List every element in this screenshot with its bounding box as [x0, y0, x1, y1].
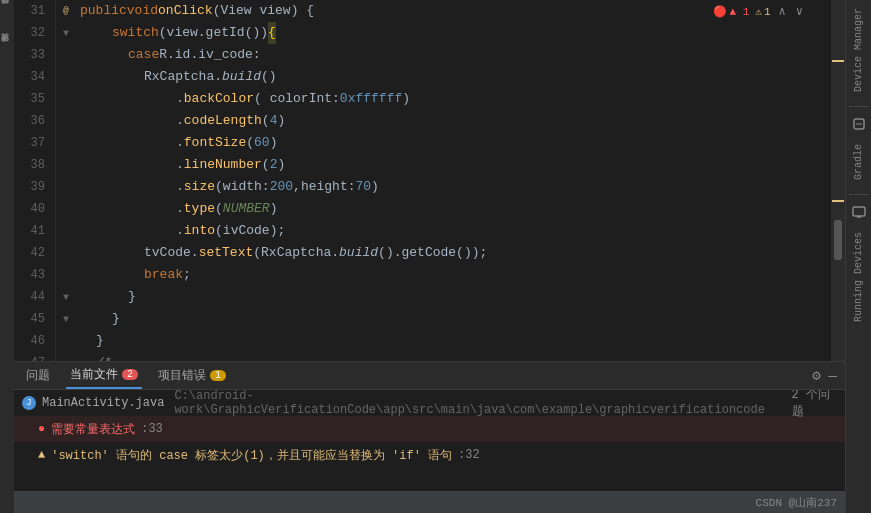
chevron-down-btn[interactable]: ∨ [794, 2, 805, 21]
param-height: height: [301, 176, 356, 198]
device-manager-label[interactable]: Device Manager [853, 4, 864, 96]
code-line-44: } [80, 286, 831, 308]
warn-count: 1 [764, 6, 771, 18]
gutter-34 [56, 66, 76, 88]
ln-42: 42 [14, 242, 49, 264]
scrollbar-thumb[interactable] [834, 220, 842, 260]
code-line-33: case R.id. iv_code : [80, 44, 831, 66]
punc-3: : [253, 44, 261, 66]
num-200: 200 [270, 176, 293, 198]
settings-icon[interactable]: ⚙ [812, 367, 820, 384]
build-34: build [222, 66, 261, 88]
warn-row: ▲ 'switch' 语句的 case 标签太少(1)，并且可能应当替换为 'i… [14, 442, 845, 468]
right-sidebar: Device Manager Gradle Running Devices [845, 0, 871, 513]
num-2: 2 [270, 154, 278, 176]
minimize-icon[interactable]: — [829, 368, 837, 384]
warn-message: 'switch' 语句的 case 标签太少(1)，并且可能应当替换为 'if'… [51, 447, 452, 464]
chevron-up-btn[interactable]: ∧ [777, 2, 788, 21]
code-line-32: switch (view.getId()) { [80, 22, 831, 44]
ln-47: 47 [14, 352, 49, 361]
method-settext: setText [199, 242, 254, 264]
code-line-42: tvCode . setText (RxCaptcha. build ().ge… [80, 242, 831, 264]
code-line-38: . lineNumber ( 2 ) [80, 154, 831, 176]
param-number: NUMBER [223, 198, 270, 220]
fold-44[interactable]: ▼ [63, 292, 69, 303]
gutter-31: @ [56, 0, 76, 22]
scrollbar[interactable] [831, 0, 845, 361]
ln-46: 46 [14, 330, 49, 352]
running-devices-label[interactable]: Running Devices [853, 228, 864, 326]
method-fontsize: fontSize [184, 132, 246, 154]
ln-45: 45 [14, 308, 49, 330]
punc-11: ( [262, 154, 270, 176]
punc-1: (View view) { [213, 0, 314, 22]
main-area: 31 32 33 34 35 36 37 38 39 40 41 42 43 4… [14, 0, 845, 513]
gradle-label[interactable]: Gradle [853, 140, 864, 184]
svg-rect-2 [853, 207, 865, 216]
tab-project-label: 项目错误 [158, 367, 206, 384]
gutter-43 [56, 264, 76, 286]
fold-45[interactable]: ▼ [63, 314, 69, 325]
fold-32[interactable]: ▼ [63, 28, 69, 39]
ln-36: 36 [14, 110, 49, 132]
status-text: CSDN @山南237 [756, 495, 837, 510]
punc-9: ( [246, 132, 254, 154]
punc-18: (ivCode); [215, 220, 285, 242]
gutter-45: ▼ [56, 308, 76, 330]
ln-31: 31 [14, 0, 49, 22]
dot-39: . [176, 176, 184, 198]
gutter-41 [56, 220, 76, 242]
brace-45: } [112, 308, 120, 330]
error-line: :33 [141, 422, 163, 436]
code-line-37: . fontSize ( 60 ) [80, 132, 831, 154]
file-path: C:\android-work\GraphicVerificationCode\… [174, 390, 777, 417]
dot-37: . [176, 132, 184, 154]
ln-38: 38 [14, 154, 49, 176]
file-problem-count: 2 个问题 [792, 390, 837, 420]
punc-10: ) [270, 132, 278, 154]
divider-1 [849, 106, 869, 107]
error-count: ▲ 1 [729, 6, 749, 18]
dot-41: . [176, 220, 184, 242]
bottom-content: J MainActivity.java C:\android-work\Grap… [14, 390, 845, 491]
method-onclick: onClick [158, 0, 213, 22]
hex-val: 0xffffff [340, 88, 402, 110]
bottom-tab-actions: ⚙ — [812, 367, 837, 384]
left-sidebar: 问题管理 资源管理 [0, 0, 14, 513]
tab-project-errors[interactable]: 项目错误 1 [154, 362, 230, 389]
code-line-34: RxCaptcha. build () [80, 66, 831, 88]
tab-current-file[interactable]: 当前文件 2 [66, 362, 142, 389]
punc-14: , [293, 176, 301, 198]
kw-switch: switch [112, 22, 159, 44]
ln-37: 37 [14, 132, 49, 154]
var-rid: R.id. [159, 44, 198, 66]
gutter-40 [56, 198, 76, 220]
num-70: 70 [355, 176, 371, 198]
ln-39: 39 [14, 176, 49, 198]
gradle-icon[interactable] [852, 117, 866, 134]
left-sidebar-icon-2: 资源管理 [1, 42, 13, 54]
running-devices-icon[interactable] [852, 205, 866, 222]
filename: MainActivity.java [42, 396, 164, 410]
scroll-error-mark [832, 60, 844, 62]
punc-2: (view.getId()) [159, 22, 268, 44]
ln-41: 41 [14, 220, 49, 242]
error-row-icon: ● [38, 422, 45, 436]
gutter-33 [56, 44, 76, 66]
code-content[interactable]: public void onClick (View view) { switch… [76, 0, 831, 361]
comment-47: /* [96, 352, 112, 361]
method-codelength: codeLength [184, 110, 262, 132]
var-ivcode: iv_code [198, 44, 253, 66]
gutter-37 [56, 132, 76, 154]
status-bar: CSDN @山南237 [14, 491, 845, 513]
kw-void: void [127, 0, 158, 22]
param-width: width: [223, 176, 270, 198]
top-indicators: 🔴 ▲ 1 ⚠ 1 ∧ ∨ [713, 2, 805, 21]
punc-4: () [261, 66, 277, 88]
tab-problems[interactable]: 问题 [22, 362, 54, 389]
punc-19: (RxCaptcha. [253, 242, 339, 264]
var-tvcode: tvCode [144, 242, 191, 264]
dot-35: . [176, 88, 184, 110]
gutter-46 [56, 330, 76, 352]
gutter-44: ▼ [56, 286, 76, 308]
